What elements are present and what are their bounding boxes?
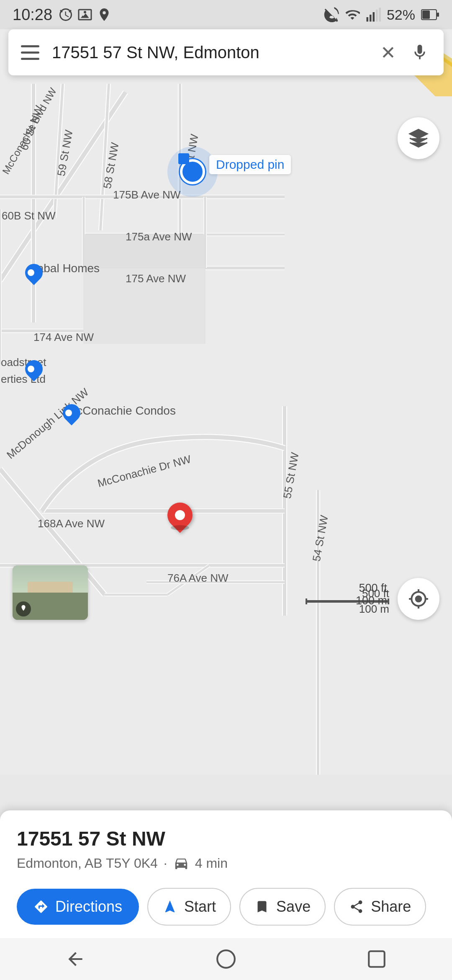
share-icon (349, 899, 364, 914)
label-175a: 175a Ave NW (126, 230, 192, 243)
label-175: 175 Ave NW (126, 272, 186, 285)
status-time: 10:28 (13, 6, 52, 24)
broadstreet-marker (25, 360, 43, 378)
search-bar[interactable]: 17551 57 St NW, Edmonton ✕ (8, 29, 444, 75)
directions-label: Directions (55, 898, 122, 916)
label-174: 174 Ave NW (33, 331, 94, 344)
rotate-icon (324, 7, 339, 22)
label-76a: 76A Ave NW (167, 572, 229, 585)
label-175b: 175B Ave NW (113, 188, 180, 201)
layers-button[interactable] (398, 117, 439, 159)
my-location-button[interactable] (398, 578, 439, 620)
menu-button[interactable] (21, 45, 39, 60)
home-button[interactable] (209, 942, 243, 976)
back-button[interactable] (59, 942, 92, 976)
drive-time: 4 min (195, 856, 228, 871)
mic-button[interactable] (408, 41, 431, 64)
share-label: Share (371, 898, 411, 916)
mcconachie-condos-marker (63, 404, 80, 422)
save-label: Save (276, 898, 311, 916)
svg-rect-15 (369, 951, 385, 967)
location-status-icon (97, 7, 112, 22)
place-address: Edmonton, AB T5Y 0K4 (17, 856, 158, 871)
svg-rect-0 (366, 17, 368, 22)
bottom-panel: 17551 57 St NW Edmonton, AB T5Y 0K4 · 4 … (0, 810, 452, 938)
recent-apps-button[interactable] (360, 942, 393, 976)
svg-rect-2 (372, 12, 375, 22)
start-arrow-icon (162, 899, 177, 914)
drive-car-icon (173, 855, 189, 871)
directions-button[interactable]: Directions (17, 889, 139, 925)
signal-icon (366, 7, 381, 22)
label-mcconachieconds: McConachie Condos (67, 404, 176, 418)
place-title: 17551 57 St NW (17, 827, 435, 850)
scale-100m: 100 m (356, 594, 387, 607)
svg-rect-3 (376, 10, 378, 22)
svg-rect-1 (370, 15, 372, 22)
bookmark-icon (254, 899, 270, 914)
image-icon (77, 7, 92, 22)
wifi-icon (345, 7, 360, 22)
status-bar: 10:28 52% (0, 0, 452, 29)
action-buttons: Directions Start Save Share (17, 888, 435, 926)
battery-text: 52% (387, 7, 415, 23)
destination-pin (167, 503, 193, 528)
alarm-icon (58, 7, 73, 22)
share-button[interactable]: Share (334, 888, 426, 926)
street-view-icon (16, 601, 31, 616)
start-label: Start (184, 898, 216, 916)
label-60bst: 60B St NW (2, 209, 56, 222)
start-button[interactable]: Start (147, 888, 231, 926)
dropped-pin-label: Dropped pin (209, 155, 291, 174)
navigation-bar (0, 938, 452, 980)
scale-500ft: 500 ft (359, 582, 387, 595)
map-area[interactable]: 4 N (0, 29, 452, 775)
status-icons (58, 7, 112, 22)
battery-icon (421, 9, 439, 21)
label-168a: 168A Ave NW (38, 517, 105, 530)
street-view-thumbnail[interactable] (13, 565, 88, 620)
svg-rect-7 (422, 10, 430, 19)
save-button[interactable]: Save (239, 888, 326, 926)
directions-arrow-icon (33, 899, 49, 914)
svg-point-14 (217, 950, 235, 968)
svg-rect-4 (379, 8, 381, 22)
place-subtitle: Edmonton, AB T5Y 0K4 · 4 min (17, 855, 435, 871)
status-bar-right: 52% (324, 7, 439, 23)
clear-button[interactable]: ✕ (380, 42, 396, 63)
svg-rect-6 (437, 13, 439, 17)
sabal-homes-marker (25, 264, 46, 281)
dropped-pin: Dropped pin (180, 159, 205, 184)
search-input[interactable]: 17551 57 St NW, Edmonton (52, 43, 368, 62)
